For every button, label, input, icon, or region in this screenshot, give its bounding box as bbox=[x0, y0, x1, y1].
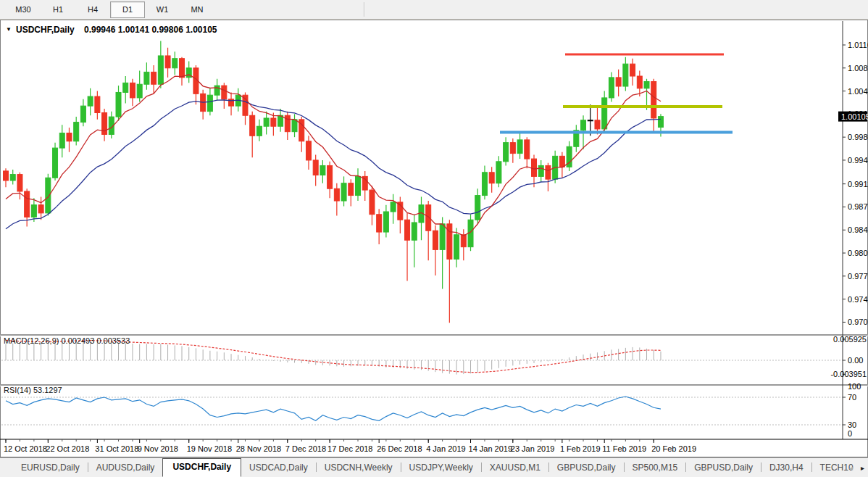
chart-ohlc-values: 0.99946 1.00141 0.99806 1.00105 bbox=[84, 25, 217, 35]
candle-body bbox=[440, 224, 445, 250]
price-axis-label: 0.99460 bbox=[848, 156, 868, 165]
macd-axis-label: 0.00 bbox=[848, 356, 863, 365]
candle-body bbox=[510, 143, 515, 154]
candle-body bbox=[538, 165, 543, 176]
chart-tab-audusd-1[interactable]: AUDUSD,Daily bbox=[88, 459, 163, 477]
timeframe-button-d1[interactable]: D1 bbox=[110, 1, 145, 18]
date-axis-label: 22 Oct 2018 bbox=[46, 444, 89, 453]
chart-tab-usdjpy-5[interactable]: USDJPY,Weekly bbox=[401, 459, 481, 477]
candle-body bbox=[180, 59, 185, 78]
timeframe-button-m30[interactable]: M30 bbox=[6, 1, 41, 18]
candle-body bbox=[609, 78, 614, 98]
candle-body bbox=[334, 188, 339, 201]
candle-body bbox=[630, 64, 635, 76]
candle-body bbox=[151, 72, 157, 84]
chart-tab-gbpusd-9[interactable]: GBPUSD,Daily bbox=[686, 459, 761, 477]
date-axis-label: 31 Oct 2018 bbox=[95, 444, 138, 453]
candle-body bbox=[137, 84, 142, 98]
price-axis-label: 0.97750 bbox=[848, 272, 868, 281]
date-axis-label: 9 Nov 2018 bbox=[138, 444, 178, 453]
candle-body bbox=[588, 120, 593, 121]
candle-body bbox=[144, 72, 149, 84]
chart-tab-bar: EURUSD,DailyAUDUSD,DailyUSDCHF,DailyUSDC… bbox=[0, 457, 868, 477]
candle-body bbox=[17, 175, 22, 191]
chart-tab-usdcnh-4[interactable]: USDCNH,Weekly bbox=[317, 459, 401, 477]
price-tag-value: 1.00105 bbox=[841, 112, 868, 121]
timeframe-button-mn[interactable]: MN bbox=[180, 1, 214, 18]
rsi-axis-label: 30 bbox=[848, 420, 856, 429]
candle-body bbox=[405, 220, 410, 240]
date-axis-label: 28 Nov 2018 bbox=[236, 444, 281, 453]
candle-body bbox=[67, 133, 72, 141]
date-axis-label: 11 Feb 2019 bbox=[602, 444, 646, 453]
candle-body bbox=[651, 81, 656, 117]
candle-body bbox=[546, 165, 551, 179]
candle-body bbox=[80, 106, 85, 122]
candle-body bbox=[165, 56, 170, 68]
candle-body bbox=[4, 171, 9, 181]
candle-body bbox=[383, 212, 388, 232]
tab-scroll-right-icon[interactable]: ▸ bbox=[861, 465, 864, 472]
chart-tab-usdcad-3[interactable]: USDCAD,Daily bbox=[241, 459, 316, 477]
candle-body bbox=[623, 64, 628, 86]
candle-body bbox=[31, 205, 36, 217]
candle-body bbox=[250, 115, 255, 136]
candle-body bbox=[313, 160, 318, 175]
current-price-tag: 1.00105 bbox=[838, 112, 868, 122]
candle-body bbox=[602, 98, 607, 129]
rsi-axis-label: 70 bbox=[848, 393, 856, 402]
candle-body bbox=[517, 140, 522, 154]
price-axis-label: 1.00820 bbox=[848, 64, 868, 72]
price-axis-label: 0.99800 bbox=[848, 133, 868, 141]
price-axis-label: 1.01160 bbox=[848, 41, 868, 49]
candle-body bbox=[38, 205, 43, 213]
chart-window: 1.011601.008201.004801.001400.998000.994… bbox=[0, 20, 868, 457]
candle-body bbox=[356, 176, 361, 195]
candle-body bbox=[581, 120, 586, 130]
date-axis-label: 7 Dec 2018 bbox=[285, 444, 326, 453]
timeframe-toolbar: M30H1H4D1W1MN bbox=[0, 0, 868, 20]
candle-body bbox=[377, 215, 382, 232]
timeframe-button-w1[interactable]: W1 bbox=[145, 1, 180, 18]
candle-body bbox=[88, 96, 93, 106]
candle-body bbox=[271, 118, 276, 126]
candle-body bbox=[327, 165, 333, 188]
timeframe-button-h1[interactable]: H1 bbox=[41, 1, 75, 18]
price-axis-label: 0.98770 bbox=[848, 202, 868, 211]
candle-body bbox=[454, 235, 459, 260]
candle-body bbox=[46, 178, 51, 213]
candle-body bbox=[53, 148, 58, 178]
chart-tab-gbpusd-7[interactable]: GBPUSD,Daily bbox=[549, 459, 624, 477]
candle-body bbox=[412, 223, 417, 240]
price-axis-label: 0.99110 bbox=[848, 180, 868, 188]
date-axis-label: 23 Jan 2019 bbox=[511, 444, 555, 453]
timeframe-button-h4[interactable]: H4 bbox=[75, 1, 110, 18]
candle-body bbox=[461, 235, 466, 247]
tab-scroll-left-icon[interactable]: ◂ bbox=[849, 465, 853, 472]
chart-tab-eurusd-0[interactable]: EURUSD,Daily bbox=[13, 459, 88, 477]
candle-body bbox=[391, 202, 396, 212]
candle-body bbox=[559, 156, 564, 167]
chart-area: 1.011601.008201.004801.001400.998000.994… bbox=[0, 20, 868, 457]
candle-body bbox=[525, 140, 530, 159]
chart-tab-usdchf-2[interactable]: USDCHF,Daily bbox=[162, 458, 241, 477]
candle-body bbox=[222, 86, 227, 99]
date-axis-label: 1 Feb 2019 bbox=[560, 444, 601, 453]
symbol-dropdown-icon[interactable]: ▼ bbox=[6, 26, 12, 33]
candle-body bbox=[207, 95, 212, 111]
candle-body bbox=[292, 120, 297, 132]
chart-tab-dj30-10[interactable]: DJ30,H4 bbox=[761, 459, 811, 477]
rsi-axis-label: 100 bbox=[848, 382, 861, 391]
candle-body bbox=[532, 159, 537, 176]
candle-body bbox=[158, 56, 163, 84]
candle-body bbox=[482, 173, 487, 196]
candle-body bbox=[341, 183, 346, 201]
candle-body bbox=[489, 173, 494, 183]
candle-body bbox=[595, 120, 600, 129]
macd-indicator-label: MACD(12,26,9) 0.002493 0.003533 bbox=[4, 336, 130, 345]
price-axis-label: 0.97410 bbox=[848, 295, 868, 304]
chart-tab-sp500-8[interactable]: SP500,M15 bbox=[625, 459, 686, 477]
date-axis-label: 12 Oct 2018 bbox=[4, 444, 47, 453]
price-axis-label: 0.98090 bbox=[848, 249, 868, 257]
chart-tab-xauusd-6[interactable]: XAUUSD,M1 bbox=[482, 459, 548, 477]
